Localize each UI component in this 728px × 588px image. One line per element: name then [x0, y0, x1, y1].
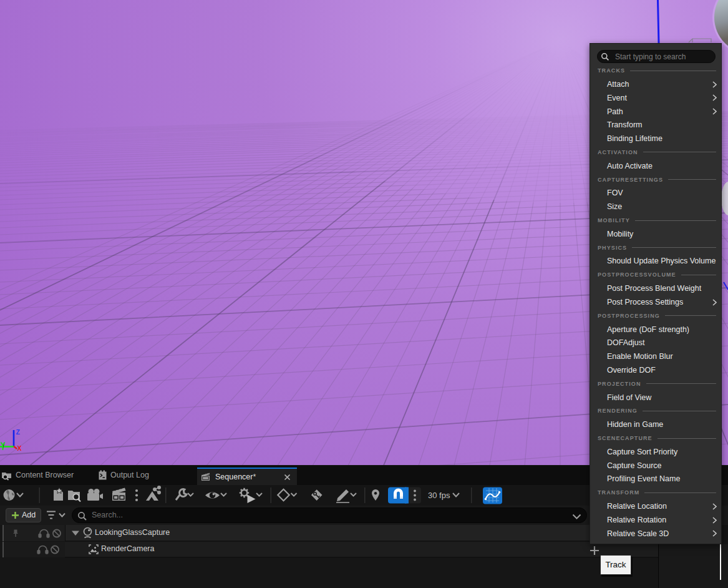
svg-text:Z: Z — [16, 428, 21, 436]
svg-text:30 fps: 30 fps — [428, 491, 450, 500]
svg-text:X: X — [17, 444, 22, 452]
